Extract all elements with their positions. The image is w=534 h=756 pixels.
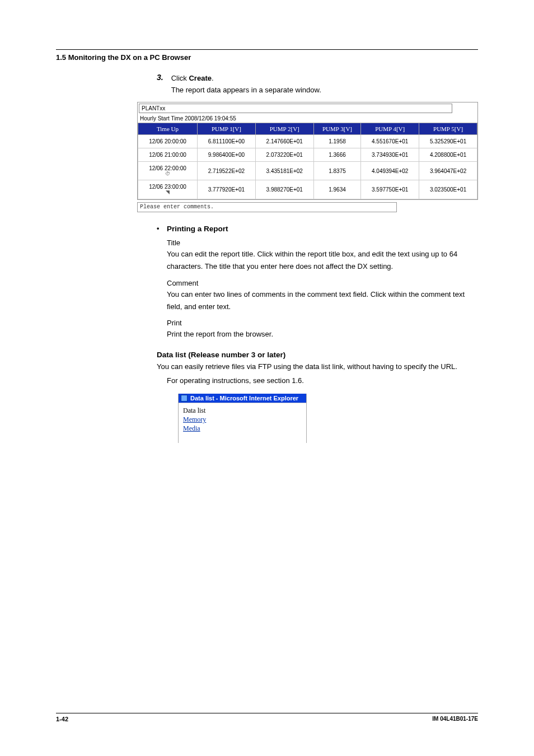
cell: 1.9634 — [313, 180, 361, 199]
report-window: PLANTxx Hourly Start Time 2008/12/06 19:… — [137, 102, 478, 200]
cell: 2.073220E+01 — [255, 148, 313, 161]
memory-link[interactable]: Memory — [183, 416, 302, 424]
cell: 4.208800E+01 — [419, 148, 477, 161]
doc-id: IM 04L41B01-17E — [432, 716, 478, 722]
cell: 1.3666 — [313, 148, 361, 161]
ie-icon — [181, 395, 188, 402]
comment-text: You can enter two lines of comments in t… — [167, 288, 478, 313]
window-titlebar: Data list - Microsoft Internet Explorer — [179, 394, 306, 403]
media-link[interactable]: Media — [183, 424, 302, 433]
cell: 4.049394E+02 — [361, 161, 419, 180]
col-pump2: PUMP 2[V] — [255, 123, 313, 134]
cell-time: 12/06 21:00:00 — [149, 152, 186, 158]
cell: 6.811100E+00 — [198, 134, 256, 148]
report-subtitle: Hourly Start Time 2008/12/06 19:04:55 — [138, 114, 477, 123]
cell-time: 12/06 20:00:00 — [149, 138, 186, 144]
bullet-icon: • — [157, 225, 162, 233]
print-text: Print the report from the browser. — [167, 328, 478, 340]
comment-input[interactable]: Please enter comments. — [137, 202, 397, 212]
cell: 3.435181E+02 — [255, 161, 313, 180]
print-label: Print — [167, 319, 478, 327]
table-row: 12/06 20:00:00 6.811100E+00 2.147660E+01… — [138, 134, 477, 148]
datalist-para2: For operating instructions, see section … — [167, 375, 478, 387]
cell: 3.988270E+01 — [255, 180, 313, 199]
table-row: 12/06 22:00:00⏱ 2.719522E+02 3.435181E+0… — [138, 161, 477, 180]
cell: 3.734930E+01 — [361, 148, 419, 161]
datalist-body-title: Data list — [183, 407, 302, 415]
clock-icon: ⏱ — [138, 171, 197, 177]
cell: 3.597750E+01 — [361, 180, 419, 199]
cell: 2.719522E+02 — [198, 161, 256, 180]
cell: 3.964047E+02 — [419, 161, 477, 180]
cell: 3.023500E+01 — [419, 180, 477, 199]
cell: 9.986400E+00 — [198, 148, 256, 161]
cell: 5.325290E+01 — [419, 134, 477, 148]
cell-time: 12/06 22:00:00 — [149, 165, 186, 171]
datalist-heading: Data list (Release number 3 or later) — [157, 351, 478, 359]
table-row: 12/06 23:00:00◥ 3.777920E+01 3.988270E+0… — [138, 180, 477, 199]
col-pump1: PUMP 1[V] — [198, 123, 256, 134]
comment-label: Comment — [167, 279, 478, 287]
cell: 1.8375 — [313, 161, 361, 180]
flag-icon: ◥ — [138, 190, 197, 195]
cell: 3.777920E+01 — [198, 180, 256, 199]
printing-heading: Printing a Report — [167, 225, 228, 233]
datalist-window: Data list - Microsoft Internet Explorer … — [178, 394, 307, 443]
step-number: 3. — [157, 73, 163, 96]
cell: 4.551670E+01 — [361, 134, 419, 148]
cell: 2.147660E+01 — [255, 134, 313, 148]
col-pump3: PUMP 3[V] — [313, 123, 361, 134]
col-pump5: PUMP 5[V] — [419, 123, 477, 134]
step-prefix: Click — [171, 74, 189, 82]
step-bold: Create — [189, 74, 211, 82]
title-text: You can edit the report title. Click wit… — [167, 248, 478, 273]
datalist-para1: You can easily retrieve files via FTP us… — [157, 361, 478, 373]
step-line2: The report data appears in a separate wi… — [171, 86, 321, 94]
report-table: Time Up PUMP 1[V] PUMP 2[V] PUMP 3[V] PU… — [138, 123, 477, 200]
report-title-input[interactable]: PLANTxx — [139, 104, 452, 113]
step-text: Click Create. The report data appears in… — [171, 73, 321, 96]
title-label: Title — [167, 239, 478, 247]
section-heading: 1.5 Monitoring the DX on a PC Browser — [56, 53, 478, 62]
table-row: 12/06 21:00:00 9.986400E+00 2.073220E+01… — [138, 148, 477, 161]
page-number: 1-42 — [56, 716, 68, 722]
col-time: Time Up — [138, 123, 198, 134]
col-pump4: PUMP 4[V] — [361, 123, 419, 134]
window-title: Data list - Microsoft Internet Explorer — [190, 395, 298, 402]
step-suffix: . — [212, 74, 214, 82]
cell: 1.1958 — [313, 134, 361, 148]
